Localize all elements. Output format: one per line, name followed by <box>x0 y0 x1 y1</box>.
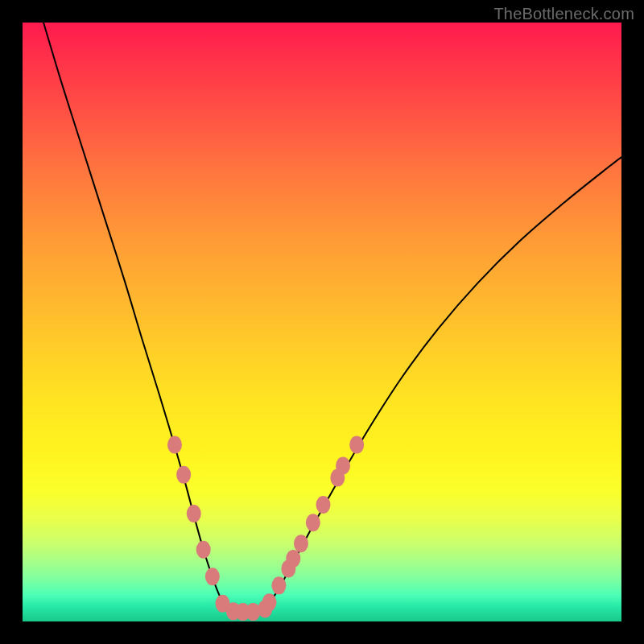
dot-point <box>262 593 277 611</box>
dot-point <box>246 603 260 621</box>
dot-point <box>176 466 191 484</box>
dot-point <box>336 457 350 475</box>
plot-area <box>23 23 621 621</box>
dot-point <box>316 496 330 514</box>
dot-point <box>349 436 364 454</box>
curve-path <box>43 23 621 612</box>
dot-point <box>167 436 182 454</box>
dot-point <box>205 568 220 585</box>
chart-svg <box>23 23 621 621</box>
dot-point <box>294 535 308 552</box>
dot-point <box>286 550 300 568</box>
dot-point <box>306 514 320 531</box>
bottleneck-curve <box>43 23 621 612</box>
watermark-text: TheBottleneck.com <box>493 5 634 23</box>
dot-point <box>187 505 201 522</box>
dot-point <box>271 576 286 594</box>
chart-frame: TheBottleneck.com <box>0 0 644 644</box>
dot-point <box>196 541 211 559</box>
